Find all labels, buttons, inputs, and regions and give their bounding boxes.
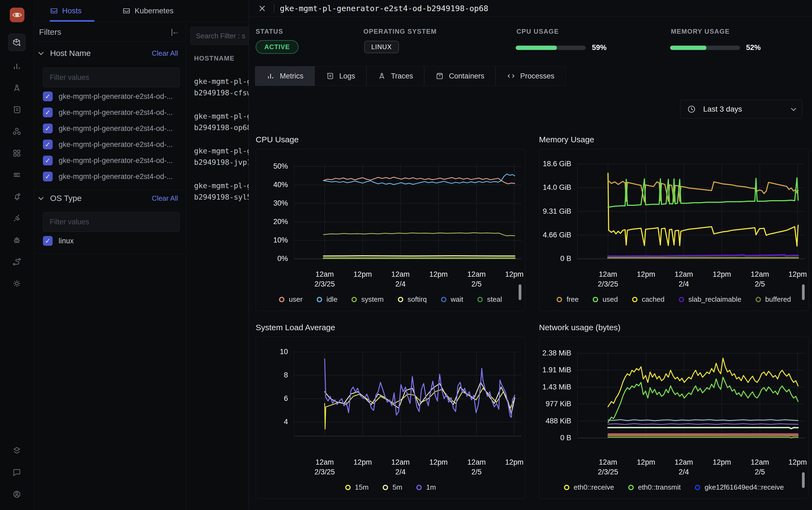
host-row[interactable]: gke-mgmt-pl-g b2949198-syl5 bbox=[194, 180, 249, 203]
rail-item-settings[interactable] bbox=[8, 275, 26, 292]
rail-item-traces[interactable] bbox=[8, 79, 26, 97]
checkbox-checked-icon[interactable]: ✓ bbox=[43, 172, 53, 181]
legend-item[interactable]: cached bbox=[632, 295, 665, 304]
time-range-select[interactable]: Last 3 days bbox=[680, 100, 802, 118]
legend-item[interactable]: 15m bbox=[345, 483, 369, 491]
legend-item[interactable]: idle bbox=[317, 295, 337, 304]
tab-label: Containers bbox=[449, 72, 484, 80]
checkbox-checked-icon[interactable]: ✓ bbox=[43, 108, 53, 117]
series-1m bbox=[325, 359, 515, 417]
rail-item-exceptions[interactable] bbox=[8, 231, 26, 249]
legend-item[interactable]: user bbox=[279, 295, 303, 304]
app-logo[interactable] bbox=[10, 8, 24, 22]
host-row-line1: gke-mgmt-pl-g bbox=[194, 180, 249, 192]
legend-scrollbar[interactable] bbox=[802, 284, 805, 300]
legend-scrollbar[interactable] bbox=[802, 472, 805, 488]
os-checkbox-row[interactable]: ✓ linux bbox=[43, 235, 181, 247]
checkbox-checked-icon[interactable]: ✓ bbox=[43, 91, 53, 101]
series-slab_reclaimable bbox=[608, 255, 798, 256]
chart-card-cpu[interactable]: 50%40%30%20%10%0%12am2/3/2512pm12am2/412… bbox=[255, 149, 525, 311]
chevron-down-icon[interactable] bbox=[38, 50, 44, 55]
section-title[interactable]: Host Name bbox=[50, 49, 91, 58]
rail-item-dashboard-grid[interactable] bbox=[8, 144, 26, 162]
rail-item-logs[interactable] bbox=[8, 101, 26, 118]
legend-item[interactable]: 5m bbox=[383, 483, 402, 491]
tab-processes[interactable]: Processes bbox=[495, 66, 566, 86]
legend-item[interactable]: buffered bbox=[756, 295, 791, 304]
host-checkbox-row[interactable]: ✓ gke-mgmt-pl-generator-e2st4-od-... bbox=[43, 122, 181, 135]
legend-ring-icon bbox=[564, 485, 569, 490]
rail-item-support[interactable] bbox=[8, 464, 26, 481]
legend-item[interactable]: eth0::receive bbox=[564, 483, 614, 491]
x-axis-tick: 12am bbox=[467, 458, 486, 466]
memory-plot bbox=[577, 149, 805, 263]
rail-item-services[interactable] bbox=[8, 123, 26, 140]
tab-metrics[interactable]: Metrics bbox=[255, 66, 314, 86]
y-axis-tick: 4.66 GiB bbox=[539, 231, 571, 239]
host-checkbox-row[interactable]: ✓ gke-mgmt-pl-generator-e2st4-od-... bbox=[43, 107, 181, 118]
legend-item[interactable]: wait bbox=[441, 295, 463, 304]
rail-item-versions[interactable] bbox=[8, 442, 26, 459]
rail-item-infrastructure[interactable] bbox=[8, 34, 26, 51]
x-axis-tick: 12am bbox=[751, 270, 769, 279]
rail-item-dashboards[interactable] bbox=[8, 58, 26, 75]
rail-item-service-map[interactable] bbox=[8, 253, 26, 271]
active-tab-underline bbox=[50, 20, 94, 22]
checkbox-checked-icon[interactable]: ✓ bbox=[43, 123, 53, 133]
checkbox-checked-icon[interactable]: ✓ bbox=[43, 155, 53, 165]
y-axis-tick: 0 B bbox=[539, 434, 571, 442]
tab-traces[interactable]: Traces bbox=[366, 66, 424, 86]
y-axis-tick: 18.6 GiB bbox=[539, 160, 571, 168]
legend-item[interactable]: used bbox=[593, 295, 618, 304]
host-row[interactable]: gke-mgmt-pl-g b2949198-jvp1 bbox=[194, 145, 249, 168]
rail-item-alerts[interactable] bbox=[8, 188, 26, 205]
close-icon[interactable] bbox=[258, 4, 266, 12]
bug-icon bbox=[12, 235, 22, 245]
host-checkbox-row[interactable]: ✓ gke-mgmt-pl-generator-e2st4-od-... bbox=[43, 90, 181, 103]
host-row[interactable]: gke-mgmt-pl-g b2949198-cfsw bbox=[194, 76, 249, 98]
legend-label: slab_reclaimable bbox=[689, 295, 742, 304]
tab-kubernetes[interactable]: Kubernetes bbox=[122, 0, 173, 22]
legend-item[interactable]: eth0::transmit bbox=[628, 483, 681, 491]
clear-all-link[interactable]: Clear All bbox=[152, 49, 178, 58]
legend-item[interactable]: gke12f61649ed4::receive bbox=[695, 483, 784, 491]
y-axis-tick: 10% bbox=[256, 236, 288, 245]
rail-item-integrations[interactable] bbox=[8, 210, 26, 227]
checkbox-checked-icon[interactable]: ✓ bbox=[43, 140, 53, 149]
compass-icon bbox=[378, 72, 386, 80]
clear-all-link[interactable]: Clear All bbox=[152, 194, 178, 203]
legend-ring-icon bbox=[593, 297, 598, 302]
legend-item[interactable]: softirq bbox=[398, 295, 427, 304]
host-detail-drawer: gke-mgmt-pl-generator-e2st4-od-b2949198-… bbox=[249, 0, 812, 510]
legend-scrollbar[interactable] bbox=[519, 284, 521, 300]
host-search-input[interactable] bbox=[190, 27, 249, 45]
host-checkbox-row[interactable]: ✓ gke-mgmt-pl-generator-e2st4-od-... bbox=[43, 171, 181, 182]
section-title[interactable]: OS Type bbox=[50, 194, 82, 203]
chart-card-network[interactable]: 2.38 MiB1.91 MiB1.43 MiB977 KiB488 KiB0 … bbox=[539, 337, 809, 499]
host-name-filter-input[interactable] bbox=[43, 67, 180, 87]
rail-item-account[interactable] bbox=[8, 486, 26, 503]
rail-item-pipelines[interactable] bbox=[8, 166, 26, 183]
tab-containers[interactable]: Containers bbox=[424, 66, 495, 86]
host-checkbox-row[interactable]: ✓ gke-mgmt-pl-generator-e2st4-od-... bbox=[43, 154, 181, 167]
tab-logs[interactable]: Logs bbox=[314, 66, 366, 86]
collapse-panel-icon[interactable]: |← bbox=[171, 27, 178, 36]
checkbox-checked-icon[interactable]: ✓ bbox=[43, 236, 53, 246]
chart-title: System Load Average bbox=[255, 323, 525, 333]
legend-item[interactable]: slab_reclaimable bbox=[679, 295, 742, 304]
chart-card-load[interactable]: 1086412am2/3/2512pm12am2/412pm12am2/512p… bbox=[255, 337, 525, 499]
legend-item[interactable]: free bbox=[557, 295, 579, 304]
host-checkbox-row[interactable]: ✓ gke-mgmt-pl-generator-e2st4-od-... bbox=[43, 139, 181, 150]
tab-hosts[interactable]: Hosts bbox=[50, 0, 82, 22]
legend-ring-icon bbox=[557, 297, 562, 302]
os-type-filter-input[interactable] bbox=[43, 212, 180, 232]
legend-item[interactable]: steal bbox=[477, 295, 502, 304]
legend-ring-icon bbox=[441, 297, 446, 302]
drawer-header: gke-mgmt-pl-generator-e2st4-od-b2949198-… bbox=[249, 0, 812, 17]
chevron-down-icon[interactable] bbox=[38, 195, 44, 200]
filters-panel: Filters |← Host Name Clear All ✓ gke-mgm… bbox=[34, 22, 186, 510]
legend-item[interactable]: system bbox=[352, 295, 384, 304]
legend-item[interactable]: 1m bbox=[416, 483, 436, 491]
host-row[interactable]: gke-mgmt-pl-g b2949198-op68 bbox=[194, 111, 249, 133]
chart-card-memory[interactable]: 18.6 GiB14.0 GiB9.31 GiB4.66 GiB0 B12am2… bbox=[539, 149, 809, 311]
